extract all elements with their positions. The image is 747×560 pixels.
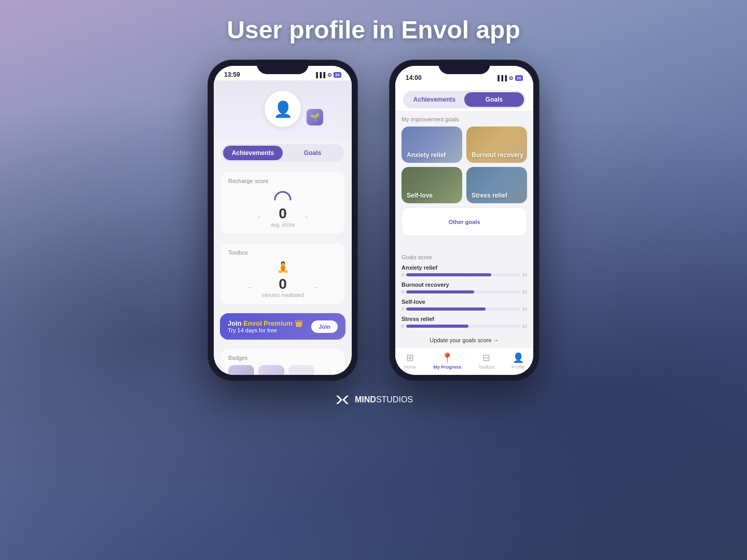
recharge-number: 0: [271, 205, 295, 222]
tab-bar-1: Achievements Goals: [222, 144, 344, 162]
goal-card-burnout[interactable]: Burnout recovery: [466, 127, 527, 163]
mind-studios-logo-icon: [334, 391, 351, 408]
recharge-score-row: - 0 avg. score -: [228, 205, 337, 228]
score-arc: [228, 189, 337, 203]
score-label-1: Anxiety relief: [402, 264, 527, 271]
toolbox-right: -: [314, 283, 317, 292]
toolbox-card: Toolbox 🧘 - 0 minutes meditated -: [220, 243, 345, 305]
toolbox-number: 0: [261, 276, 304, 292]
profile-icon-2: 👤: [513, 352, 524, 363]
score-item-2: Burnout recovery 0 10: [402, 282, 527, 295]
bottom-nav-2: ⊞ Home 📍 My Progress ⊟ Toolbox 👤 Profile: [395, 347, 533, 375]
goals-section-label: My improvement goals: [402, 116, 527, 122]
goal-anxiety-label: Anxiety relief: [407, 151, 446, 159]
score-track-1: [406, 273, 520, 276]
goal-card-other[interactable]: Other goals: [402, 207, 527, 236]
toolbox-label-2: Toolbox: [478, 365, 494, 370]
tab-achievements-2[interactable]: Achievements: [405, 92, 464, 107]
toolbox-center: 0 minutes meditated: [261, 276, 304, 298]
status-time-2: 14:00: [406, 74, 422, 81]
footer-bold: MIND: [355, 395, 376, 404]
update-link[interactable]: Update your goals score →: [402, 333, 527, 347]
notch-2: [438, 60, 490, 74]
score-max-1: 10: [522, 272, 527, 277]
tab-goals-1[interactable]: Goals: [283, 146, 342, 160]
avatar: 👤: [265, 91, 301, 127]
score-item-1: Anxiety relief 0 10: [402, 264, 527, 277]
score-max-3: 10: [522, 306, 527, 312]
phone-1: 13:59 ▐▐▐ ⊙ 26 👤 🌱 Achievements Goals: [208, 60, 358, 381]
goal-card-stress[interactable]: Stress relief: [466, 167, 527, 203]
toolbox-label: minutes meditated: [261, 292, 304, 298]
page-title: User profile in Envol app: [227, 16, 520, 44]
score-item-4: Stress relief 0 10: [402, 316, 527, 329]
score-min-1: 0: [402, 272, 404, 277]
battery-1: 26: [334, 72, 341, 78]
goals-tab-bar: Achievements Goals: [403, 91, 525, 108]
score-fill-3: [406, 307, 486, 311]
premium-join-text: Join: [228, 319, 242, 327]
progress-icon-2: 📍: [441, 352, 453, 363]
premium-info: Join Envol Premium 👑 Try 14 days for fre…: [228, 319, 303, 333]
tab-achievements-1[interactable]: Achievements: [223, 146, 283, 160]
profile-header: 👤 🌱: [214, 80, 352, 139]
toolbox-icon-2: ⊟: [482, 352, 490, 363]
score-bar-row-2: 0 10: [402, 289, 527, 295]
nav-profile-2[interactable]: 👤 Profile: [511, 352, 525, 370]
toolbox-left: -: [248, 283, 251, 292]
goal-stress-label: Stress relief: [472, 192, 507, 199]
nav-toolbox-2[interactable]: ⊟ Toolbox: [478, 352, 494, 370]
score-min-3: 0: [402, 306, 404, 312]
premium-title: Join Envol Premium 👑: [228, 319, 303, 327]
badge-1: [228, 365, 254, 375]
footer-light: STUDIOS: [376, 395, 413, 404]
battery-2: 26: [515, 75, 523, 81]
goal-card-selflove[interactable]: Self-love: [402, 167, 462, 203]
goal-burnout-label: Burnout recovery: [472, 151, 523, 159]
score-label-3: Self-love: [402, 299, 527, 305]
join-button[interactable]: Join: [311, 320, 338, 333]
signal-icon-1: ▐▐▐: [314, 72, 325, 78]
recharge-title: Recharge score: [228, 178, 337, 184]
footer: MINDSTUDIOS: [334, 391, 413, 408]
goals-grid: Anxiety relief Burnout recovery Self-lov…: [402, 127, 527, 203]
score-max-4: 10: [522, 324, 527, 329]
badges-section: Badges: [220, 348, 345, 375]
wifi-icon-2: ⊙: [509, 75, 513, 81]
score-label-4: Stress relief: [402, 316, 527, 322]
nav-home-2[interactable]: ⊞ Home: [404, 352, 416, 370]
score-min-2: 0: [402, 289, 404, 295]
recharge-left: -: [258, 212, 260, 221]
home-icon-2: ⊞: [406, 352, 414, 363]
recharge-right: -: [305, 212, 308, 221]
toolbox-score-row: - 0 minutes meditated -: [228, 276, 337, 298]
profile-badge: 🌱: [307, 109, 323, 125]
wifi-icon-1: ⊙: [327, 72, 331, 78]
phone-2-screen: 14:00 ▐▐▐ ⊙ 26 Achievements Goals My imp…: [395, 66, 533, 375]
badges-title: Badges: [228, 355, 337, 361]
recharge-center: 0 avg. score: [271, 205, 295, 228]
premium-banner: Join Envol Premium 👑 Try 14 days for fre…: [220, 313, 345, 340]
goal-selflove-label: Self-love: [407, 192, 433, 199]
tab-goals-2[interactable]: Goals: [464, 92, 524, 107]
toolbox-title: Toolbox: [228, 249, 337, 256]
profile-label-2: Profile: [511, 365, 525, 370]
status-time-1: 13:59: [224, 71, 240, 78]
badge-2: [258, 365, 284, 375]
goal-card-anxiety[interactable]: Anxiety relief: [402, 127, 462, 163]
score-track-2: [406, 290, 520, 293]
status-right-1: ▐▐▐ ⊙ 26: [314, 72, 341, 78]
avatar-icon: 👤: [273, 100, 293, 118]
score-track-3: [406, 307, 520, 311]
score-bar-row-1: 0 10: [402, 272, 527, 277]
score-bar-row-3: 0 10: [402, 306, 527, 312]
progress-label-2: My Progress: [433, 365, 461, 370]
premium-crown: 👑: [295, 319, 303, 327]
score-min-4: 0: [402, 324, 404, 329]
score-bar-row-4: 0 10: [402, 324, 527, 329]
phone-2: 14:00 ▐▐▐ ⊙ 26 Achievements Goals My imp…: [389, 60, 540, 381]
premium-highlight-text: Envol Premium: [243, 319, 293, 327]
meditation-icon: 🧘: [276, 261, 289, 273]
nav-progress-2[interactable]: 📍 My Progress: [433, 352, 461, 370]
status-right-2: ▐▐▐ ⊙ 26: [496, 75, 523, 81]
